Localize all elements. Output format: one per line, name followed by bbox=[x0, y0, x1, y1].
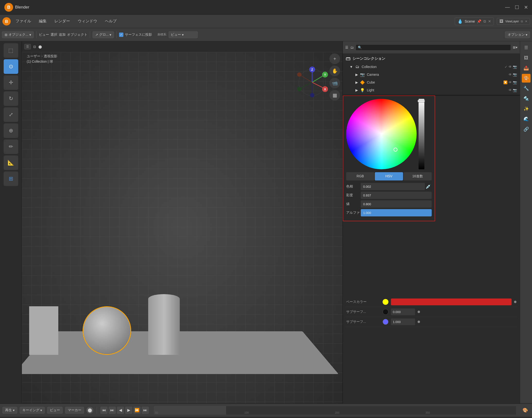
minimize-btn[interactable]: — bbox=[505, 4, 510, 10]
collection-item[interactable]: ▼ 🗂 Collection ✓ 👁 📷 bbox=[343, 63, 520, 71]
menu-render[interactable]: レンダー bbox=[51, 17, 73, 25]
play-back-btn[interactable]: ◀ bbox=[117, 406, 124, 414]
cursor-tool[interactable]: ⊙ bbox=[4, 59, 18, 74]
menu-window[interactable]: ウィンドウ bbox=[74, 17, 101, 25]
camera-expand-icon[interactable]: ▶ bbox=[355, 73, 358, 77]
collection-expand-icon[interactable]: ▼ bbox=[349, 65, 353, 69]
view-mode-btn[interactable]: ☰ bbox=[24, 44, 31, 49]
next-keyframe-btn[interactable]: ⏭ bbox=[142, 406, 149, 414]
timeline-label-50: 50 bbox=[155, 411, 158, 414]
modifier-props-btn[interactable]: 🔩 bbox=[522, 94, 531, 103]
object-props-btn[interactable]: 🔧 bbox=[522, 84, 531, 93]
view-btn[interactable]: ビュー bbox=[39, 33, 49, 37]
svg-text:B: B bbox=[7, 5, 11, 10]
add-btn[interactable]: 追加 bbox=[59, 33, 66, 37]
viewport[interactable]: ☰ ⊡ ⬤ Z bbox=[22, 41, 343, 403]
base-color-bar[interactable] bbox=[391, 299, 512, 305]
global-selector[interactable]: ↗ グロ... ▾ bbox=[93, 31, 114, 38]
maximize-btn[interactable]: ☐ bbox=[515, 4, 519, 10]
alpha-bar[interactable]: 1.000 bbox=[361, 209, 432, 216]
annotate-tool[interactable]: ✏ bbox=[4, 139, 18, 154]
brightness-slider[interactable] bbox=[418, 99, 424, 169]
scene-collection-row[interactable]: 🗃 シーンコレクション bbox=[343, 54, 520, 63]
scene-selector[interactable]: 💧 Scene 📌 ⧉ ✕ bbox=[455, 17, 494, 25]
move-tool[interactable]: ✛ bbox=[4, 75, 18, 90]
options-btn[interactable]: オプション ▾ bbox=[505, 31, 530, 38]
scene-background: Z Y X bbox=[22, 52, 343, 403]
outliner-search[interactable] bbox=[356, 45, 511, 50]
menu-file[interactable]: ファイル bbox=[12, 17, 35, 25]
playback-mode-btn[interactable]: 再生 ▾ bbox=[2, 407, 17, 414]
title-bar: B Blender — ☐ ✕ bbox=[0, 0, 532, 15]
output-props-btn[interactable]: 📤 bbox=[522, 64, 531, 72]
material-props-btn[interactable]: 🎨 bbox=[522, 74, 531, 82]
material-icon-status[interactable]: 🎨 bbox=[521, 406, 530, 415]
saturation-bar[interactable]: 0.937 bbox=[361, 192, 432, 199]
camera-item[interactable]: ▶ 📷 Camera 👁 📷 bbox=[343, 71, 520, 79]
add-object-btn[interactable]: + bbox=[329, 53, 340, 64]
shading-solid[interactable]: ⬤ bbox=[38, 45, 42, 48]
timeline[interactable]: 50 100 200 350 bbox=[154, 406, 516, 415]
frame-start-circle[interactable]: ⬤ bbox=[86, 407, 93, 414]
transform-tool[interactable]: ⊕ bbox=[4, 123, 18, 138]
view-btn-play[interactable]: ビュー bbox=[47, 407, 63, 414]
brightness-handle[interactable] bbox=[417, 100, 425, 102]
sub-surf-2-keyframe-dot[interactable] bbox=[417, 321, 420, 323]
viewport-mode-buttons: ☰ bbox=[24, 44, 31, 49]
sub-surf-1-keyframe-dot[interactable] bbox=[417, 311, 420, 313]
base-color-keyframe-dot[interactable] bbox=[514, 301, 516, 303]
close-btn[interactable]: ✕ bbox=[524, 4, 528, 10]
rotate-tool[interactable]: ↻ bbox=[4, 91, 18, 106]
tab-hex[interactable]: 16進数 bbox=[404, 172, 432, 180]
value-field: 値 0.800 bbox=[346, 200, 432, 208]
constraint-props-btn[interactable]: 🔗 bbox=[522, 125, 531, 134]
scene-props-btn[interactable]: ☰ bbox=[522, 43, 531, 52]
light-expand-icon[interactable]: ▶ bbox=[355, 88, 358, 92]
hand-tool-btn[interactable]: ✋ bbox=[329, 66, 340, 76]
cube-object bbox=[29, 306, 58, 355]
cube-expand-icon[interactable]: ▶ bbox=[355, 80, 358, 84]
particle-props-btn[interactable]: ✨ bbox=[522, 104, 531, 113]
light-item[interactable]: ▶ 💡 Light 👁 📷 bbox=[343, 86, 520, 94]
viewport-canvas[interactable]: Z Y X bbox=[22, 52, 343, 403]
saturation-label: 彩度 bbox=[346, 193, 361, 197]
mode-selector[interactable]: ⊞ オブジェク... ▾ bbox=[2, 31, 34, 38]
select-btn[interactable]: 選択 bbox=[50, 33, 57, 37]
svg-point-17 bbox=[297, 87, 301, 91]
sub-surf-1-value[interactable]: 0.000 bbox=[391, 308, 415, 315]
menu-edit[interactable]: 編集 bbox=[35, 17, 50, 25]
select-tool[interactable]: ⬚ bbox=[4, 43, 18, 58]
next-frame-btn[interactable]: ⏩ bbox=[133, 406, 141, 414]
color-wheel[interactable] bbox=[346, 99, 416, 169]
hue-bar[interactable]: 0.002 bbox=[361, 183, 425, 190]
tab-rgb[interactable]: RGB bbox=[346, 172, 374, 180]
marker-btn[interactable]: マーカー bbox=[65, 407, 84, 414]
eyedropper-icon[interactable]: 💉 bbox=[425, 183, 432, 190]
coord-selector[interactable]: ビュー ▾ bbox=[169, 31, 198, 38]
add-tool[interactable]: ⊞ bbox=[4, 172, 18, 186]
render-props-btn[interactable]: 🖼 bbox=[522, 53, 531, 62]
play-btn[interactable]: ▶ bbox=[125, 406, 132, 414]
object-btn[interactable]: オブジェクト bbox=[67, 33, 87, 37]
shading-wireframe[interactable]: ⊡ bbox=[33, 45, 36, 48]
nav-gizmo[interactable]: Z Y X bbox=[296, 67, 328, 98]
measure-tool[interactable]: 📐 bbox=[4, 155, 18, 170]
tab-hsv[interactable]: HSV bbox=[375, 172, 403, 180]
color-wheel-cursor[interactable] bbox=[393, 148, 397, 151]
render-preview-btn[interactable]: ▦ bbox=[329, 90, 340, 101]
prev-frame-btn[interactable]: ⏭ bbox=[109, 406, 116, 414]
cube-item[interactable]: ▶ 🔶 Cube 🔽 👁 📷 bbox=[343, 79, 520, 86]
keying-btn[interactable]: キーイング ▾ bbox=[20, 407, 45, 414]
view-layer-selector[interactable]: 🖼 ViewLayer ⧉ ✕ bbox=[497, 18, 530, 25]
snap-checkbox[interactable]: ✓ サーフェスに投影 bbox=[119, 33, 152, 37]
sub-surf-2-value[interactable]: 1.000 bbox=[391, 318, 415, 325]
scale-tool[interactable]: ⤢ bbox=[4, 107, 18, 122]
outliner-menu-icon[interactable]: ☰ bbox=[345, 46, 348, 49]
right-panel: ☰ 🗂 ⊞▾ 🗃 シーンコレクション ▼ 🗂 Collection ✓ 👁 📷 … bbox=[343, 41, 520, 403]
camera-view-btn[interactable]: 📹 bbox=[329, 78, 340, 88]
menu-help[interactable]: ヘルプ bbox=[102, 17, 120, 25]
value-bar[interactable]: 0.800 bbox=[361, 200, 432, 208]
filter-icon[interactable]: ⊞▾ bbox=[513, 46, 517, 49]
physics-props-btn[interactable]: 🌊 bbox=[522, 115, 531, 123]
prev-keyframe-btn[interactable]: ⏮ bbox=[100, 406, 108, 414]
